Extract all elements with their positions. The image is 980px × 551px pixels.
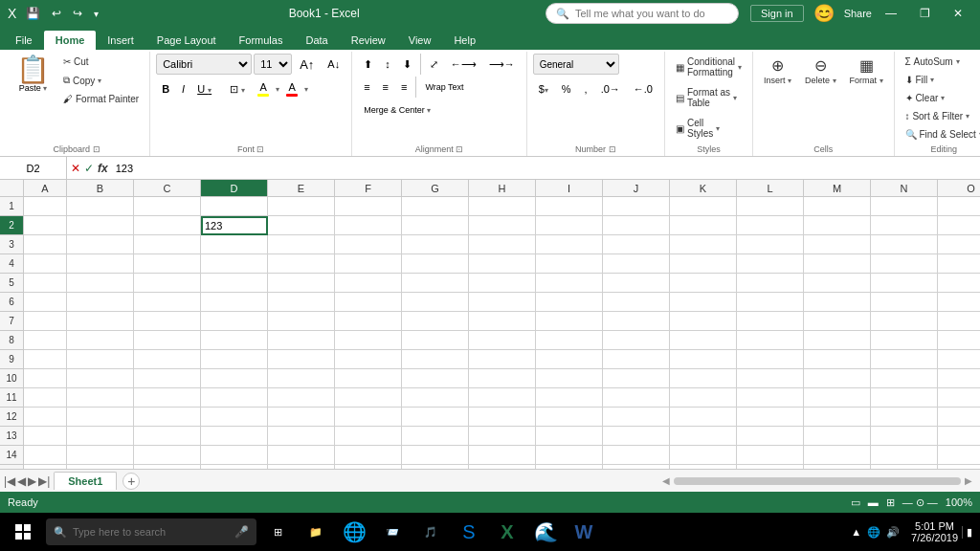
cell-F11[interactable] xyxy=(335,388,402,408)
font-expand-icon[interactable]: ⊡ xyxy=(256,144,264,154)
cell-D5[interactable] xyxy=(201,274,268,293)
redo-icon[interactable]: ↪ xyxy=(69,5,86,22)
insert-button[interactable]: ⊕ Insert ▾ xyxy=(759,54,796,88)
indent-increase-button[interactable]: ⟶→ xyxy=(483,54,521,75)
cell-A8[interactable] xyxy=(24,331,67,350)
row-number-9[interactable]: 9 xyxy=(0,350,24,369)
cell-A12[interactable] xyxy=(24,408,67,427)
cell-E8[interactable] xyxy=(268,331,335,350)
italic-button[interactable]: I xyxy=(176,78,190,99)
taskbar-search[interactable]: 🔍 🎤 xyxy=(46,518,256,545)
cell-F14[interactable] xyxy=(335,446,402,465)
cell-L8[interactable] xyxy=(737,331,804,350)
cell-D7[interactable] xyxy=(201,312,268,331)
clear-button[interactable]: ✦ Clear ▾ xyxy=(901,90,950,106)
cell-H9[interactable] xyxy=(469,350,536,369)
add-sheet-button[interactable]: + xyxy=(122,473,140,490)
cell-K4[interactable] xyxy=(670,254,737,274)
cell-C3[interactable] xyxy=(134,235,201,254)
copy-button[interactable]: ⧉ Copy ▾ xyxy=(58,72,144,89)
cell-N8[interactable] xyxy=(871,331,938,350)
cell-B5[interactable] xyxy=(67,274,134,293)
col-header-E[interactable]: E xyxy=(268,180,335,196)
cell-I9[interactable] xyxy=(536,350,603,369)
cell-I5[interactable] xyxy=(536,274,603,293)
row-number-7[interactable]: 7 xyxy=(0,312,24,331)
cell-A5[interactable] xyxy=(24,274,67,293)
cell-G5[interactable] xyxy=(402,274,469,293)
zoom-slider[interactable]: — ⊙ — xyxy=(902,496,938,509)
save-icon[interactable]: 💾 xyxy=(22,5,44,22)
task-view-button[interactable]: ⊞ xyxy=(260,515,295,549)
customize-icon[interactable]: ▾ xyxy=(90,7,102,21)
cell-B4[interactable] xyxy=(67,254,134,274)
cell-A13[interactable] xyxy=(24,427,67,446)
cell-C7[interactable] xyxy=(134,312,201,331)
col-header-K[interactable]: K xyxy=(670,180,737,196)
cell-F2[interactable] xyxy=(335,216,402,235)
name-box[interactable] xyxy=(0,157,67,179)
cell-C9[interactable] xyxy=(134,350,201,369)
cell-K14[interactable] xyxy=(670,446,737,465)
col-header-L[interactable]: L xyxy=(737,180,804,196)
tab-data[interactable]: Data xyxy=(294,31,339,50)
cell-E2[interactable] xyxy=(268,216,335,235)
cell-I1[interactable] xyxy=(536,197,603,216)
cell-E6[interactable] xyxy=(268,293,335,312)
comma-button[interactable]: , xyxy=(579,78,593,99)
view-normal-icon[interactable]: ▭ xyxy=(851,496,860,509)
network-icon[interactable]: 🌐 xyxy=(867,526,880,539)
cell-N14[interactable] xyxy=(871,446,938,465)
h-scroll-right[interactable]: ▶ xyxy=(965,475,972,486)
cell-M4[interactable] xyxy=(804,254,871,274)
cell-H2[interactable] xyxy=(469,216,536,235)
cell-A1[interactable] xyxy=(24,197,67,216)
cut-button[interactable]: ✂ Cut xyxy=(58,54,144,70)
cell-M2[interactable] xyxy=(804,216,871,235)
cell-O1[interactable] xyxy=(938,197,980,216)
minimize-button[interactable]: — xyxy=(876,3,906,24)
cell-O10[interactable] xyxy=(938,369,980,388)
cell-M6[interactable] xyxy=(804,293,871,312)
cell-J1[interactable] xyxy=(603,197,670,216)
cell-L11[interactable] xyxy=(737,388,804,408)
cell-C11[interactable] xyxy=(134,388,201,408)
cell-D4[interactable] xyxy=(201,254,268,274)
cell-E11[interactable] xyxy=(268,388,335,408)
cell-H10[interactable] xyxy=(469,369,536,388)
cell-E4[interactable] xyxy=(268,254,335,274)
cell-K6[interactable] xyxy=(670,293,737,312)
sheet-nav-prev[interactable]: ◀ xyxy=(17,474,26,488)
cell-M14[interactable] xyxy=(804,446,871,465)
font-name-select[interactable]: Calibri xyxy=(156,54,252,75)
tab-formulas[interactable]: Formulas xyxy=(228,31,295,50)
horizontal-scrollbar[interactable] xyxy=(674,477,961,485)
cell-F12[interactable] xyxy=(335,408,402,427)
cell-H6[interactable] xyxy=(469,293,536,312)
zoom-level[interactable]: 100% xyxy=(946,496,972,508)
start-button[interactable] xyxy=(4,513,42,551)
clipboard-expand-icon[interactable]: ⊡ xyxy=(93,144,100,154)
cell-G4[interactable] xyxy=(402,254,469,274)
fill-button[interactable]: ⬇ Fill ▾ xyxy=(901,72,940,88)
cell-A6[interactable] xyxy=(24,293,67,312)
cell-G14[interactable] xyxy=(402,446,469,465)
align-middle-button[interactable]: ↕ xyxy=(379,54,396,75)
cell-F5[interactable] xyxy=(335,274,402,293)
fill-color-dropdown[interactable]: ▾ xyxy=(276,85,279,94)
cell-C2[interactable] xyxy=(134,216,201,235)
cell-F3[interactable] xyxy=(335,235,402,254)
decrease-font-button[interactable]: A↓ xyxy=(322,54,345,75)
cell-B13[interactable] xyxy=(67,427,134,446)
cell-I3[interactable] xyxy=(536,235,603,254)
cell-L1[interactable] xyxy=(737,197,804,216)
system-clock[interactable]: 5:01 PM 7/26/2019 xyxy=(911,520,958,543)
cell-I2[interactable] xyxy=(536,216,603,235)
cell-N9[interactable] xyxy=(871,350,938,369)
cell-K13[interactable] xyxy=(670,427,737,446)
cell-A3[interactable] xyxy=(24,235,67,254)
select-all-button[interactable] xyxy=(0,180,24,197)
cell-O11[interactable] xyxy=(938,388,980,408)
percent-button[interactable]: % xyxy=(556,78,577,99)
share-button[interactable]: Share xyxy=(844,8,872,19)
